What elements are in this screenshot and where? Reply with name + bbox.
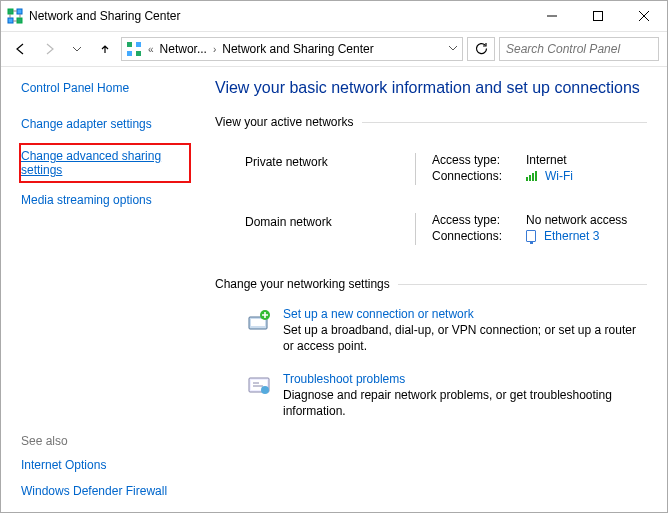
svg-rect-1 [17,9,22,14]
divider [398,284,647,285]
address-bar[interactable]: « Networ... › Network and Sharing Center [121,37,463,61]
chevron-right-icon[interactable]: › [213,44,216,55]
access-type-value: Internet [526,153,567,167]
highlight-annotation: Change advanced sharing settings [19,143,191,183]
network-row: Private network Access type: Internet Co… [215,139,647,199]
sidebar: Control Panel Home Change adapter settin… [1,67,203,512]
task-desc: Set up a broadband, dial-up, or VPN conn… [283,323,647,354]
task-troubleshoot[interactable]: Troubleshoot problems Diagnose and repai… [215,366,647,431]
network-row: Domain network Access type: No network a… [215,199,647,259]
recent-locations-button[interactable] [65,37,89,61]
sidebar-media-streaming[interactable]: Media streaming options [21,193,191,207]
connection-link[interactable]: Wi-Fi [545,169,573,183]
address-dropdown-icon[interactable] [448,42,458,56]
search-box[interactable] [499,37,659,61]
svg-rect-3 [17,18,22,23]
sidebar-change-adapter[interactable]: Change adapter settings [21,117,191,131]
svg-rect-5 [127,42,132,47]
content-area: View your basic network information and … [203,67,667,512]
change-settings-label: Change your networking settings [215,277,390,291]
svg-rect-6 [136,42,141,47]
svg-rect-2 [8,18,13,23]
breadcrumb-item[interactable]: Networ... [160,42,207,56]
connections-label: Connections: [432,229,520,243]
page-title: View your basic network information and … [215,79,647,97]
access-type-value: No network access [526,213,627,227]
toolbar: « Networ... › Network and Sharing Center [1,31,667,67]
troubleshoot-icon [245,372,273,400]
search-input[interactable] [506,42,657,56]
up-button[interactable] [93,37,117,61]
connection-link[interactable]: Ethernet 3 [544,229,599,243]
sidebar-firewall[interactable]: Windows Defender Firewall [21,484,191,498]
maximize-button[interactable] [575,1,621,31]
network-name: Domain network [245,213,415,245]
app-icon [7,8,23,24]
sidebar-control-panel-home[interactable]: Control Panel Home [21,81,191,95]
setup-connection-icon [245,307,273,335]
location-icon [126,41,142,57]
network-name: Private network [245,153,415,185]
active-networks-label: View your active networks [215,115,354,129]
breadcrumb-item[interactable]: Network and Sharing Center [222,42,373,56]
see-also-label: See also [21,434,191,448]
svg-rect-8 [136,51,141,56]
window-title: Network and Sharing Center [29,9,529,23]
titlebar: Network and Sharing Center [1,1,667,31]
svg-rect-4 [594,12,603,21]
divider [362,122,647,123]
svg-point-15 [261,386,269,394]
task-title: Troubleshoot problems [283,372,647,386]
task-setup-connection[interactable]: Set up a new connection or network Set u… [215,301,647,366]
svg-rect-11 [251,319,265,326]
connections-label: Connections: [432,169,520,183]
task-title: Set up a new connection or network [283,307,647,321]
task-desc: Diagnose and repair network problems, or… [283,388,647,419]
access-type-label: Access type: [432,213,520,227]
svg-rect-7 [127,51,132,56]
refresh-button[interactable] [467,37,495,61]
forward-button[interactable] [37,37,61,61]
access-type-label: Access type: [432,153,520,167]
breadcrumb-sep-icon[interactable]: « [148,44,154,55]
ethernet-icon [526,230,536,242]
wifi-icon [526,171,537,181]
svg-rect-0 [8,9,13,14]
back-button[interactable] [9,37,33,61]
minimize-button[interactable] [529,1,575,31]
close-button[interactable] [621,1,667,31]
sidebar-internet-options[interactable]: Internet Options [21,458,191,472]
sidebar-change-advanced-sharing[interactable]: Change advanced sharing settings [21,149,183,177]
